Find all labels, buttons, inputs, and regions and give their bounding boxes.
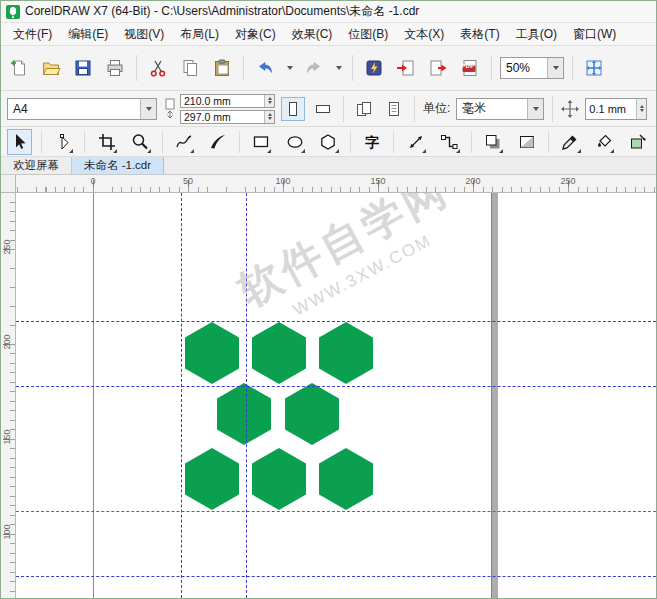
watermark-url: WWW.3XW.COM [256, 213, 468, 339]
ruler-origin-button[interactable] [1, 175, 16, 193]
menu-item[interactable]: 对象(C) [227, 23, 284, 46]
menu-item[interactable]: 位图(B) [340, 23, 396, 46]
new-document-button[interactable] [6, 55, 32, 81]
transparency-tool-button[interactable] [514, 129, 539, 155]
site-watermark: 软件自学网 WWW.3XW.COM [229, 193, 469, 338]
menu-item[interactable]: 文件(F) [5, 23, 60, 46]
landscape-orientation-button[interactable] [311, 97, 335, 121]
shape-tool-button[interactable] [51, 129, 76, 155]
guideline-vertical[interactable] [181, 193, 182, 598]
ellipse-tool-button[interactable] [282, 129, 307, 155]
current-page-button[interactable] [382, 97, 406, 121]
page-height-spinner[interactable] [264, 111, 274, 123]
page-width-value: 210.0 mm [181, 95, 264, 107]
hexagon-shape[interactable] [252, 322, 306, 384]
paste-button[interactable] [209, 55, 235, 81]
nudge-spinner[interactable] [636, 99, 646, 119]
menu-item[interactable]: 编辑(E) [60, 23, 116, 46]
menu-item[interactable]: 工具(O) [508, 23, 565, 46]
interactive-fill-tool-button[interactable] [592, 129, 617, 155]
spin-up-icon[interactable] [268, 97, 272, 100]
portrait-orientation-button[interactable] [281, 97, 305, 121]
paper-size-combo[interactable]: A4 [7, 98, 157, 120]
cut-button[interactable] [145, 55, 171, 81]
toolbar-separator [352, 55, 353, 81]
guideline-horizontal[interactable] [16, 576, 656, 577]
horizontal-ruler[interactable]: 050100150200250 [16, 175, 656, 193]
import-icon [396, 58, 416, 78]
toolbox-separator [471, 131, 472, 153]
dimension-tool-button[interactable] [403, 129, 428, 155]
document-tab[interactable]: 欢迎屏幕 [1, 157, 72, 174]
undo-button[interactable] [252, 55, 278, 81]
menu-item[interactable]: 视图(V) [116, 23, 172, 46]
spin-down-icon[interactable] [640, 109, 644, 112]
rectangle-tool-button[interactable] [249, 129, 274, 155]
guideline-horizontal[interactable] [16, 386, 656, 387]
hexagon-shape[interactable] [185, 448, 239, 510]
menu-item[interactable]: 文本(X) [396, 23, 452, 46]
hexagon-shape[interactable] [319, 448, 373, 510]
crop-tool-button[interactable] [94, 129, 119, 155]
units-combo[interactable]: 毫米 [456, 98, 544, 120]
menu-item[interactable]: 窗口(W) [565, 23, 624, 46]
publish-pdf-button[interactable]: PDF [457, 55, 483, 81]
spin-down-icon[interactable] [268, 101, 272, 104]
document-tab[interactable]: 未命名 -1.cdr [72, 157, 164, 174]
save-button[interactable] [70, 55, 96, 81]
hexagon-shape[interactable] [185, 322, 239, 384]
drawing-area[interactable]: 软件自学网 WWW.3XW.COM [16, 193, 656, 598]
undo-dropdown-button[interactable] [284, 55, 295, 81]
import-button[interactable] [393, 55, 419, 81]
smart-fill-tool-button[interactable] [625, 129, 650, 155]
page-dimensions-icon [163, 97, 177, 121]
hexagon-shape[interactable] [217, 383, 271, 445]
guideline-horizontal[interactable] [16, 511, 656, 512]
toolbox-separator [548, 131, 549, 153]
units-value: 毫米 [457, 99, 527, 119]
paper-size-dropdown-icon[interactable] [140, 99, 156, 119]
all-pages-button[interactable] [352, 97, 376, 121]
page-height-input[interactable]: 297.0 mm [180, 110, 275, 124]
units-dropdown-icon[interactable] [527, 99, 543, 119]
menu-item[interactable]: 效果(C) [284, 23, 341, 46]
eyedropper-icon [560, 132, 580, 152]
text-tool-button[interactable]: 字 [360, 129, 385, 155]
menu-item[interactable]: 布局(L) [172, 23, 227, 46]
open-button[interactable] [38, 55, 64, 81]
print-button[interactable] [102, 55, 128, 81]
hexagon-shape[interactable] [252, 448, 306, 510]
guideline-vertical[interactable] [246, 193, 247, 598]
export-button[interactable] [425, 55, 451, 81]
menu-item[interactable]: 表格(T) [452, 23, 507, 46]
hexagon-shape[interactable] [319, 322, 373, 384]
ruler-label: 50 [183, 176, 193, 186]
ellipse-icon [285, 132, 305, 152]
color-eyedropper-tool-button[interactable] [558, 129, 583, 155]
spin-down-icon[interactable] [268, 117, 272, 120]
hexagon-shape[interactable] [285, 383, 339, 445]
search-content-button[interactable] [361, 55, 387, 81]
zoom-tool-button[interactable] [128, 129, 153, 155]
pick-tool-button[interactable] [7, 129, 32, 155]
spin-up-icon[interactable] [640, 105, 644, 108]
redo-dropdown-button[interactable] [333, 55, 344, 81]
page-width-input[interactable]: 210.0 mm [180, 94, 275, 108]
page-width-spinner[interactable] [264, 95, 274, 107]
pick-arrow-icon [9, 132, 29, 152]
polygon-tool-button[interactable] [316, 129, 341, 155]
redo-button[interactable] [301, 55, 327, 81]
zoom-level-combo[interactable]: 50% [500, 57, 564, 79]
connector-tool-button[interactable] [437, 129, 462, 155]
nudge-offset-input[interactable]: 0.1 mm [585, 98, 647, 120]
vertical-ruler[interactable]: 250200150100 [1, 193, 16, 598]
artistic-media-tool-button[interactable] [205, 129, 230, 155]
spin-up-icon[interactable] [268, 113, 272, 116]
drop-shadow-tool-button[interactable] [481, 129, 506, 155]
zoom-combo-dropdown-icon[interactable] [547, 58, 563, 78]
copy-button[interactable] [177, 55, 203, 81]
guideline-horizontal[interactable] [16, 321, 656, 322]
save-floppy-icon [73, 58, 93, 78]
fullscreen-preview-button[interactable] [581, 55, 607, 81]
freehand-tool-button[interactable] [172, 129, 197, 155]
